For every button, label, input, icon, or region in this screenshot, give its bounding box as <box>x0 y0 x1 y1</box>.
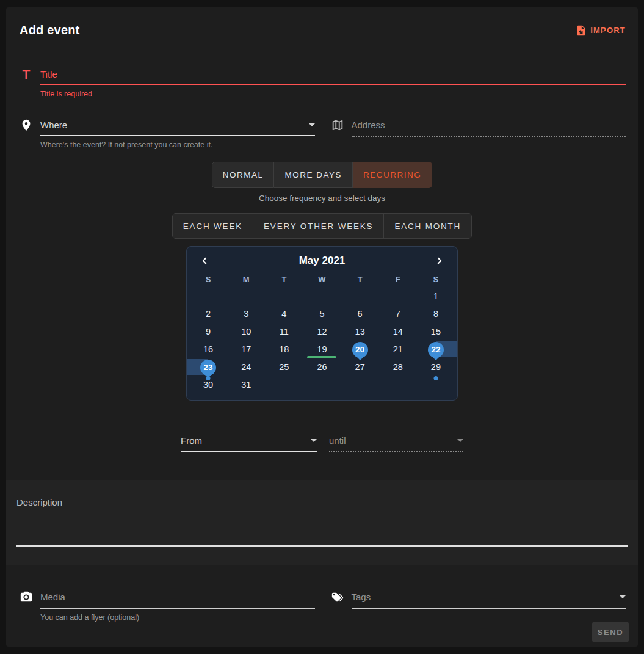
title-field[interactable]: T Title Title is required <box>6 67 638 98</box>
calendar-day-6[interactable]: 6 <box>341 305 379 323</box>
weekday-label: T <box>341 272 379 288</box>
calendar-day-4[interactable]: 4 <box>265 305 303 323</box>
calendar-day-11[interactable]: 11 <box>265 323 303 341</box>
tags-field[interactable]: Tags <box>331 590 626 622</box>
from-select-value[interactable]: From <box>181 435 202 446</box>
calendar-day-19[interactable]: 19 <box>303 341 341 358</box>
day-number: 15 <box>431 327 441 336</box>
calendar-week-row: 2345678 <box>189 305 455 323</box>
menu-down-icon[interactable] <box>620 595 626 598</box>
until-select-value[interactable]: until <box>329 435 346 446</box>
calendar-day-21[interactable]: 21 <box>379 341 417 358</box>
event-type-tabs: NORMAL MORE DAYS RECURRING <box>212 162 433 188</box>
day-number: 13 <box>355 327 365 336</box>
where-underline <box>40 135 315 136</box>
add-event-card: Add event IMPORT T Title Title is requir… <box>6 7 638 647</box>
day-number: 31 <box>241 380 251 390</box>
calendar-day-15[interactable]: 15 <box>417 323 455 341</box>
calendar-empty-cell <box>265 288 303 305</box>
tags-input[interactable]: Tags <box>352 592 371 602</box>
menu-down-icon[interactable] <box>457 439 463 442</box>
media-underline <box>40 608 315 609</box>
day-number: 27 <box>355 363 365 372</box>
until-field[interactable]: until <box>329 434 463 452</box>
weekday-label: M <box>227 272 265 288</box>
freq-every-other-weeks-button[interactable]: EVERY OTHER WEEKS <box>253 213 384 239</box>
calendar-day-3[interactable]: 3 <box>227 305 265 323</box>
calendar-day-20[interactable]: 20 <box>341 341 379 358</box>
description-underline <box>16 545 628 547</box>
media-hint: You can add a flyer (optional) <box>40 613 315 622</box>
calendar-day-27[interactable]: 27 <box>341 358 379 376</box>
calendar-week-row: 1 <box>189 288 455 305</box>
event-dot <box>206 376 211 380</box>
map-marker-icon <box>20 118 34 134</box>
calendar-day-2[interactable]: 2 <box>189 305 227 323</box>
import-button[interactable]: IMPORT <box>575 24 626 37</box>
day-number: 14 <box>393 327 403 336</box>
day-number: 2 <box>206 310 211 319</box>
calendar-day-5[interactable]: 5 <box>303 305 341 323</box>
media-field[interactable]: Media You can add a flyer (optional) <box>20 590 315 622</box>
calendar-day-26[interactable]: 26 <box>303 358 341 376</box>
where-hint: Where's the event? If not present you ca… <box>40 140 315 149</box>
freq-each-month-button[interactable]: EACH MONTH <box>384 213 472 239</box>
calendar-day-17[interactable]: 17 <box>227 341 265 358</box>
description-label: Description <box>16 497 628 507</box>
calendar-day-29[interactable]: 29 <box>417 358 455 376</box>
chevron-left-icon <box>199 255 210 266</box>
file-import-icon <box>575 24 587 37</box>
calendar-prev-button[interactable] <box>197 255 212 266</box>
selected-day-marker: 23 <box>200 360 216 376</box>
calendar-day-31[interactable]: 31 <box>227 376 265 394</box>
menu-down-icon[interactable] <box>311 439 317 442</box>
calendar-empty-cell <box>303 376 341 394</box>
calendar-day-16[interactable]: 16 <box>189 341 227 358</box>
day-number: 26 <box>317 363 327 372</box>
weekday-label: T <box>265 272 303 288</box>
day-number: 11 <box>280 327 289 336</box>
address-input[interactable]: Address <box>352 120 385 130</box>
menu-down-icon[interactable] <box>309 123 315 126</box>
tab-recurring[interactable]: RECURRING <box>353 162 432 188</box>
calendar-empty-cell <box>227 288 265 305</box>
calendar-day-14[interactable]: 14 <box>379 323 417 341</box>
calendar-day-13[interactable]: 13 <box>341 323 379 341</box>
description-field[interactable]: Description <box>6 480 638 565</box>
calendar-day-7[interactable]: 7 <box>379 305 417 323</box>
camera-icon <box>20 590 34 606</box>
title-input[interactable]: Title <box>40 69 57 79</box>
tab-more-days[interactable]: MORE DAYS <box>274 162 353 188</box>
calendar-week-row: 3031 <box>189 376 455 394</box>
day-number: 25 <box>279 363 289 372</box>
tab-normal[interactable]: NORMAL <box>212 162 275 188</box>
calendar-day-25[interactable]: 25 <box>265 358 303 376</box>
calendar-day-18[interactable]: 18 <box>265 341 303 358</box>
calendar-day-9[interactable]: 9 <box>189 323 227 341</box>
day-number: 28 <box>393 363 403 372</box>
title-error: Title is required <box>40 90 626 98</box>
calendar-day-12[interactable]: 12 <box>303 323 341 341</box>
frequency-hint: Choose frequency and select days <box>6 194 638 203</box>
from-field[interactable]: From <box>181 434 317 452</box>
day-number: 17 <box>241 345 251 354</box>
calendar-day-10[interactable]: 10 <box>227 323 265 341</box>
address-field[interactable]: Address <box>331 118 626 149</box>
event-dot <box>433 376 438 380</box>
day-number: 18 <box>279 345 289 354</box>
day-number: 10 <box>241 327 251 336</box>
day-number: 4 <box>281 310 286 319</box>
calendar-day-8[interactable]: 8 <box>417 305 455 323</box>
calendar-next-button[interactable] <box>432 255 447 266</box>
calendar-day-1[interactable]: 1 <box>417 288 455 305</box>
calendar-day-28[interactable]: 28 <box>379 358 417 376</box>
weekday-label: S <box>417 272 455 288</box>
where-field[interactable]: Where Where's the event? If not present … <box>20 118 315 149</box>
freq-each-week-button[interactable]: EACH WEEK <box>172 213 253 239</box>
day-number: 9 <box>206 327 211 336</box>
calendar-day-24[interactable]: 24 <box>227 358 265 376</box>
where-select-value[interactable]: Where <box>40 120 67 130</box>
calendar-empty-cell <box>341 376 379 394</box>
media-input[interactable]: Media <box>40 592 65 602</box>
send-button[interactable]: SEND <box>592 622 629 642</box>
